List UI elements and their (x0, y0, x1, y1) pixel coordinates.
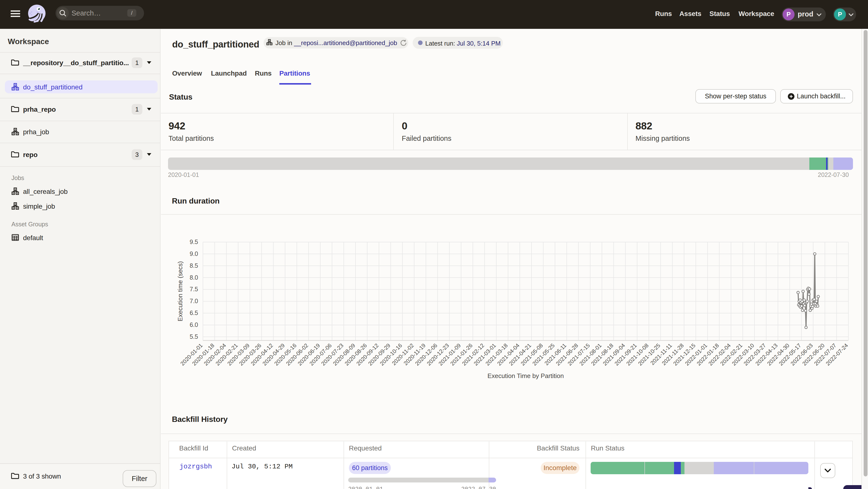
svg-text:Execution time (secs): Execution time (secs) (177, 261, 184, 322)
svg-text:7.5: 7.5 (190, 286, 198, 292)
svg-text:5.5: 5.5 (190, 333, 198, 340)
svg-text:7.0: 7.0 (190, 298, 198, 304)
svg-text:8.5: 8.5 (190, 262, 198, 269)
svg-text:9.0: 9.0 (190, 250, 198, 257)
svg-text:6.0: 6.0 (190, 321, 198, 328)
svg-text:6.5: 6.5 (190, 309, 198, 316)
svg-text:8.0: 8.0 (190, 274, 198, 281)
svg-text:Execution Time by Partition: Execution Time by Partition (487, 372, 564, 380)
svg-text:9.5: 9.5 (190, 238, 198, 245)
